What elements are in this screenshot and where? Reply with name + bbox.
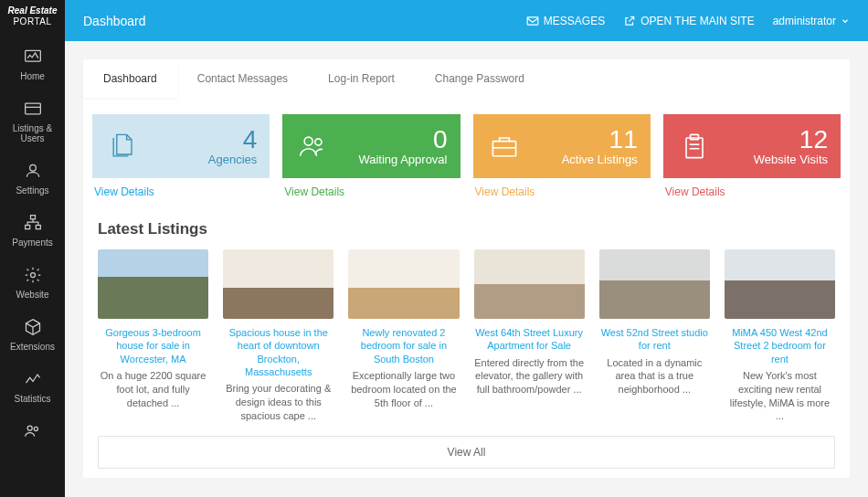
listing-desc: Exceptionally large two bedroom located … <box>348 369 459 410</box>
listing-desc: Located in a dynamic area that is a true… <box>599 356 710 397</box>
nav-home[interactable]: Home <box>0 37 65 89</box>
listing-title[interactable]: Gorgeous 3-bedroom house for sale in Wor… <box>98 326 208 365</box>
user-icon <box>20 160 46 182</box>
stat-waiting-approval: 0 Waiting Approval View Details <box>282 114 460 200</box>
stat-box: 4 Agencies <box>92 114 270 178</box>
view-all-button[interactable]: View All <box>98 436 835 469</box>
tab-dashboard[interactable]: Dashboard <box>83 59 177 98</box>
messages-label: MESSAGES <box>544 15 605 27</box>
svg-rect-4 <box>30 216 35 219</box>
nav-label: Home <box>20 71 45 81</box>
users-icon <box>295 128 332 164</box>
svg-point-9 <box>34 427 37 430</box>
stat-link[interactable]: View Details <box>282 178 460 200</box>
listing-thumb[interactable] <box>725 249 835 319</box>
nav-extensions[interactable]: Extensions <box>0 307 65 359</box>
nav-statistics[interactable]: Statistics <box>0 359 65 411</box>
svg-rect-10 <box>527 16 538 24</box>
page-title: Dashboard <box>83 14 508 28</box>
svg-rect-6 <box>36 226 40 229</box>
listing-thumb[interactable] <box>98 249 208 319</box>
listing-card: West 64th Street Luxury Apartment for Sa… <box>474 249 585 423</box>
card-icon <box>20 98 46 120</box>
brand-line2: PORTAL <box>2 16 63 27</box>
messages-link[interactable]: MESSAGES <box>526 15 605 27</box>
svg-point-11 <box>304 137 312 145</box>
gear-icon <box>20 264 46 286</box>
nav-admin[interactable] <box>0 411 65 446</box>
sitemap-icon <box>20 212 46 234</box>
nav-label: Listings & Users <box>2 123 63 143</box>
content: Dashboard Contact Messages Log-in Report… <box>65 41 868 478</box>
topbar: Dashboard MESSAGES OPEN THE MAIN SITE ad… <box>65 0 868 41</box>
user-label: administrator <box>773 15 836 27</box>
latest-listings-title: Latest Listings <box>98 220 841 238</box>
listing-desc: New York's most exciting new rental life… <box>725 369 835 423</box>
listing-title[interactable]: West 64th Street Luxury Apartment for Sa… <box>474 326 585 353</box>
cube-icon <box>20 316 46 338</box>
svg-point-12 <box>315 139 322 145</box>
stat-label: Website Visits <box>713 153 828 166</box>
briefcase-icon <box>486 128 523 164</box>
brand-line1: Real Estate <box>2 5 63 16</box>
chevron-down-icon <box>841 16 850 26</box>
tab-change-password[interactable]: Change Password <box>415 59 545 98</box>
listing-desc: On a huge 2200 square foot lot, and full… <box>98 369 208 410</box>
svg-rect-5 <box>25 226 29 229</box>
mail-icon <box>526 15 539 27</box>
main: Dashboard MESSAGES OPEN THE MAIN SITE ad… <box>65 0 868 497</box>
stat-value: 11 <box>523 127 638 153</box>
listing-card: Newly renovated 2 bedroom for sale in So… <box>348 249 459 423</box>
external-link-icon <box>623 15 636 27</box>
nav-label: Payments <box>12 238 52 248</box>
stat-label: Active Listings <box>523 153 638 166</box>
listing-thumb[interactable] <box>474 249 585 319</box>
tabs: Dashboard Contact Messages Log-in Report… <box>83 59 850 98</box>
tab-contact-messages[interactable]: Contact Messages <box>177 59 308 98</box>
stat-active-listings: 11 Active Listings View Details <box>473 114 651 200</box>
stat-link[interactable]: View Details <box>92 178 270 200</box>
users-icon <box>20 420 46 442</box>
clipboard-icon <box>676 128 713 164</box>
sidebar: Real Estate PORTAL Home Listings & Users… <box>0 0 65 497</box>
listing-title[interactable]: Newly renovated 2 bedroom for sale in So… <box>348 326 459 365</box>
listing-card: Spacious house in the heart of downtown … <box>223 249 333 423</box>
stat-link[interactable]: View Details <box>663 178 841 200</box>
stat-value: 4 <box>142 127 257 153</box>
open-site-label: OPEN THE MAIN SITE <box>640 15 754 27</box>
listing-title[interactable]: West 52nd Street studio for rent <box>599 326 710 353</box>
open-site-link[interactable]: OPEN THE MAIN SITE <box>623 15 754 27</box>
stat-agencies: 4 Agencies View Details <box>92 114 270 200</box>
svg-rect-13 <box>492 142 515 156</box>
user-menu[interactable]: administrator <box>773 15 850 27</box>
nav-label: Extensions <box>10 342 55 352</box>
listing-thumb[interactable] <box>223 249 333 319</box>
nav-settings[interactable]: Settings <box>0 151 65 203</box>
nav-payments[interactable]: Payments <box>0 203 65 255</box>
stat-value: 0 <box>332 127 447 153</box>
listing-title[interactable]: MiMA 450 West 42nd Street 2 bedroom for … <box>725 326 835 365</box>
listing-thumb[interactable] <box>599 249 710 319</box>
stat-value: 12 <box>713 127 828 153</box>
tab-login-report[interactable]: Log-in Report <box>308 59 415 98</box>
svg-point-7 <box>30 273 35 278</box>
stat-box: 0 Waiting Approval <box>282 114 460 178</box>
document-icon <box>105 128 142 164</box>
stats-row: 4 Agencies View Details 0 Waiting Approv <box>92 114 841 200</box>
svg-rect-1 <box>25 103 40 114</box>
nav-listings-users[interactable]: Listings & Users <box>0 89 65 151</box>
listing-desc: Entered directly from the elevator, the … <box>474 356 585 397</box>
nav-label: Website <box>16 290 49 300</box>
listing-card: MiMA 450 West 42nd Street 2 bedroom for … <box>725 249 835 423</box>
tab-body: 4 Agencies View Details 0 Waiting Approv <box>83 98 850 478</box>
listing-thumb[interactable] <box>348 249 459 319</box>
brand: Real Estate PORTAL <box>0 0 65 37</box>
svg-point-8 <box>27 426 32 430</box>
listing-title[interactable]: Spacious house in the heart of downtown … <box>223 326 333 378</box>
stat-box: 12 Website Visits <box>663 114 841 178</box>
nav-website[interactable]: Website <box>0 255 65 307</box>
stat-website-visits: 12 Website Visits View Details <box>663 114 841 200</box>
listings-grid: Gorgeous 3-bedroom house for sale in Wor… <box>92 249 841 423</box>
svg-rect-16 <box>690 134 698 139</box>
stat-link[interactable]: View Details <box>473 178 651 200</box>
